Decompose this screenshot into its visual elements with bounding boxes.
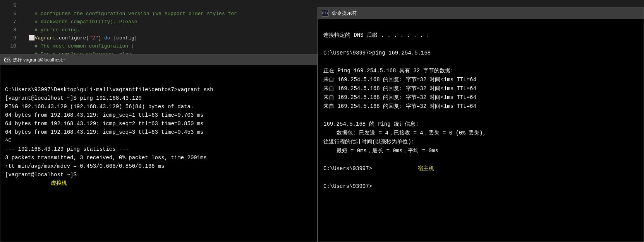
code-content: # configures the configuration version (… [19,0,318,54]
vagrant-terminal-icon: C:\ [4,57,10,63]
vagrant-title-bar: C:\ 选择 vagrant@localhost:~ [0,55,317,65]
code-editor: 5 6 7 8 9 10 # configures the configurat… [0,0,318,54]
cmd-title-bar: C:\ 命令提示符 [318,7,644,19]
cmd-terminal-body[interactable]: 连接特定的 DNS 后缀 . . . . . . . : C:\Users\93… [318,19,644,242]
cmd-title: 命令提示符 [332,10,357,17]
line-numbers: 5 6 7 8 9 10 [0,0,19,54]
vagrant-terminal-title: 选择 vagrant@localhost:~ [13,57,66,63]
vagrant-terminal-body[interactable]: C:\Users\93997\Desktop\guli-mall\vagrant… [0,65,317,242]
cmd-icon: C:\ [322,10,329,17]
cmd-terminal: C:\ 命令提示符 连接特定的 DNS 后缀 . . . . . . . : C… [318,7,644,242]
vagrant-terminal: C:\ 选择 vagrant@localhost:~ C:\Users\9399… [0,54,318,242]
